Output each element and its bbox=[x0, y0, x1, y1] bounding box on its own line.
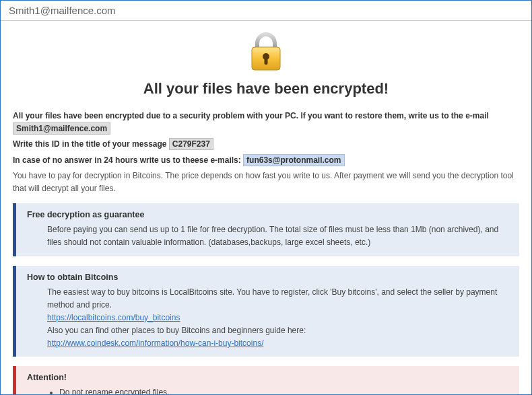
box-body-2: The easiest way to buy bitcoins is Local… bbox=[27, 286, 508, 351]
box-title-1: Free decryption as guarantee bbox=[27, 210, 508, 219]
intro-text-3: In case of no answer in 24 hours write u… bbox=[13, 155, 243, 165]
list-item: Do not rename encrypted files. bbox=[59, 386, 508, 394]
bitcoins-text-1: The easiest way to buy bitcoins is Local… bbox=[47, 286, 508, 312]
email-1: Smith1@mailfence.com bbox=[13, 122, 110, 135]
email-2: fun63s@protonmail.com bbox=[243, 154, 344, 166]
attention-box: Attention! Do not rename encrypted files… bbox=[13, 366, 519, 394]
intro-text-1: All your files have been encrypted due t… bbox=[13, 111, 489, 120]
box-body-3: Do not rename encrypted files. Do not tr… bbox=[27, 386, 508, 394]
box-title-2: How to obtain Bitcoins bbox=[27, 273, 508, 282]
message-id: C279F237 bbox=[169, 138, 213, 150]
intro-text-2: Write this ID in the title of your messa… bbox=[13, 139, 169, 149]
svg-rect-2 bbox=[265, 58, 268, 65]
obtain-bitcoins-box: How to obtain Bitcoins The easiest way t… bbox=[13, 266, 519, 357]
intro-line-2: Write this ID in the title of your messa… bbox=[13, 138, 519, 151]
attention-list: Do not rename encrypted files. Do not tr… bbox=[47, 386, 508, 394]
intro-line-1: All your files have been encrypted due t… bbox=[13, 110, 519, 135]
intro-line-3: In case of no answer in 24 hours write u… bbox=[13, 154, 519, 167]
bitcoins-link-1[interactable]: https://localbitcoins.com/buy_bitcoins bbox=[47, 313, 180, 322]
payment-line: You have to pay for decryption in Bitcoi… bbox=[13, 170, 519, 195]
box-title-3: Attention! bbox=[27, 373, 508, 382]
lock-icon bbox=[13, 31, 519, 75]
free-decryption-box: Free decryption as guarantee Before payi… bbox=[13, 203, 519, 256]
box-body-1: Before paying you can send us up to 1 fi… bbox=[27, 223, 508, 249]
window-title: Smith1@mailfence.com bbox=[1, 1, 531, 21]
main-heading: All your files have been encrypted! bbox=[13, 80, 519, 98]
bitcoins-text-2: Also you can find other places to buy Bi… bbox=[47, 324, 508, 337]
content-area[interactable]: All your files have been encrypted! All … bbox=[1, 21, 531, 394]
app-window: Smith1@mailfence.com bbox=[0, 0, 532, 395]
bitcoins-link-2[interactable]: http://www.coindesk.com/information/how-… bbox=[47, 338, 263, 348]
